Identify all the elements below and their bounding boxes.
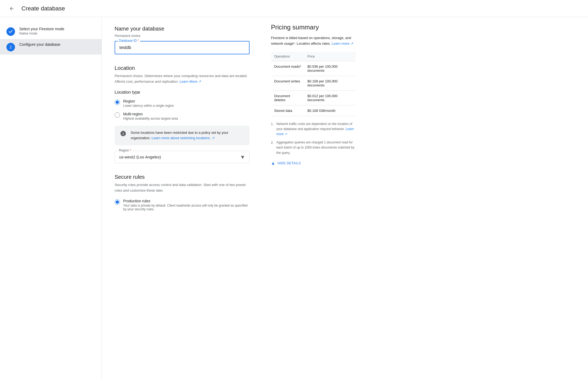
secure-rules-title: Secure rules	[115, 174, 250, 180]
pricing-sidebar: Pricing summary Firestore is billed base…	[262, 17, 364, 380]
production-rules-radio[interactable]	[115, 199, 120, 205]
name-section-title: Name your database	[115, 26, 250, 32]
pricing-reads-op: Document reads²	[271, 61, 304, 76]
pricing-row-storage: Stored data $0.108 GiB/month	[271, 105, 356, 116]
note-text-2: Aggregation queries are charged 1 docume…	[276, 140, 356, 155]
note-num-2: 2.	[271, 140, 276, 145]
secure-rules-desc: Security rules provide access control an…	[115, 182, 250, 193]
hide-details-button[interactable]: ▲ HIDE DETAILS	[271, 159, 301, 168]
region-select-label: Region *	[118, 149, 132, 152]
info-icon	[120, 130, 126, 137]
region-option-content: Region Lower latency within a single reg…	[123, 99, 174, 108]
step2-content: Configure your database	[19, 42, 60, 47]
step1-indicator	[6, 27, 15, 36]
production-rules-desc: Your data is private by default. Client …	[123, 204, 250, 211]
location-section: Location Permanent choice. Determines wh…	[115, 65, 250, 163]
pricing-deletes-price: $0.012 per 100,000 documents	[304, 90, 356, 105]
multiregion-radio[interactable]	[115, 112, 120, 118]
pricing-writes-price: $0.108 per 100,000 documents	[304, 76, 356, 90]
location-type-title: Location type	[115, 90, 250, 95]
sidebar-item-step2[interactable]: 2 Configure your database	[0, 39, 101, 55]
content-area: Name your database Permanent choice Data…	[102, 17, 262, 380]
pricing-learn-more-link[interactable]: Learn more ↗	[332, 41, 353, 45]
location-title: Location	[115, 65, 250, 71]
main-layout: Select your Firestore mode Native mode 2…	[0, 17, 588, 380]
production-rules-label: Production rules	[123, 199, 250, 203]
pricing-storage-op: Stored data	[271, 105, 304, 116]
pricing-row-deletes: Document deletes $0.012 per 100,000 docu…	[271, 90, 356, 105]
step2-number: 2	[10, 45, 12, 49]
production-rules-content: Production rules Your data is private by…	[123, 199, 250, 211]
database-id-label: Database ID *	[118, 39, 140, 43]
page-title: Create database	[21, 5, 65, 12]
pricing-deletes-op: Document deletes	[271, 90, 304, 105]
info-box: Some locations have been restricted due …	[115, 126, 250, 146]
pricing-table: Operations Price Document reads² $0.036 …	[271, 52, 356, 116]
pricing-reads-price: $0.036 per 100,000 documents	[304, 61, 356, 76]
step1-title: Select your Firestore mode	[19, 27, 64, 31]
multiregion-desc: Highest availability across largest area	[123, 117, 178, 120]
multiregion-option[interactable]: Multi-region Highest availability across…	[115, 112, 250, 120]
location-desc: Permanent choice. Determines where your …	[115, 73, 250, 85]
pricing-note-2: 2. Aggregation queries are charged 1 doc…	[271, 140, 356, 155]
region-select-group: Region * us-west2 (Los Angeles) us-east1…	[115, 151, 250, 163]
step1-subtitle: Native mode	[19, 32, 64, 35]
pricing-notes: 1. Network traffic costs are dependent o…	[271, 121, 356, 155]
info-text: Some locations have been restricted due …	[131, 130, 244, 141]
production-rules-option[interactable]: Production rules Your data is private by…	[115, 199, 250, 211]
region-option[interactable]: Region Lower latency within a single reg…	[115, 99, 250, 108]
region-radio[interactable]	[115, 100, 120, 105]
pricing-storage-price: $0.108 GiB/month	[304, 105, 356, 116]
multiregion-label: Multi-region	[123, 112, 178, 116]
note-num-1: 1.	[271, 121, 276, 127]
sidebar-item-step1[interactable]: Select your Firestore mode Native mode	[0, 24, 101, 39]
step2-indicator: 2	[6, 43, 15, 51]
pricing-desc: Firestore is billed based on operations,…	[271, 35, 356, 47]
secure-rules-section: Secure rules Security rules provide acce…	[115, 174, 250, 211]
region-desc: Lower latency within a single region	[123, 104, 174, 108]
header: Create database	[0, 0, 588, 17]
region-label: Region	[123, 99, 174, 103]
multiregion-option-content: Multi-region Highest availability across…	[123, 112, 178, 120]
permanent-choice-label: Permanent choice	[115, 34, 250, 38]
step1-content: Select your Firestore mode Native mode	[19, 27, 64, 35]
name-section: Name your database Permanent choice Data…	[115, 26, 250, 54]
pricing-col-price: Price	[304, 52, 356, 61]
note1-learn-more[interactable]: Learn more ↗	[276, 127, 354, 136]
back-button[interactable]	[6, 3, 17, 14]
pricing-row-reads: Document reads² $0.036 per 100,000 docum…	[271, 61, 356, 76]
step2-title: Configure your database	[19, 42, 60, 47]
pricing-row-writes: Document writes $0.108 per 100,000 docum…	[271, 76, 356, 90]
restricting-locations-link[interactable]: Learn more about restricting locations. …	[152, 136, 215, 140]
database-id-input[interactable]	[115, 41, 250, 54]
pricing-title: Pricing summary	[271, 24, 356, 31]
note-text-1: Network traffic costs are dependent on t…	[276, 121, 356, 137]
pricing-col-operations: Operations	[271, 52, 304, 61]
pricing-note-1: 1. Network traffic costs are dependent o…	[271, 121, 356, 137]
location-learn-more-link[interactable]: Learn More ↗	[180, 79, 201, 83]
sidebar: Select your Firestore mode Native mode 2…	[0, 17, 102, 380]
database-id-group: Database ID *	[115, 41, 250, 54]
region-select[interactable]: us-west2 (Los Angeles) us-east1 (South C…	[115, 151, 250, 163]
pricing-writes-op: Document writes	[271, 76, 304, 90]
chevron-up-icon: ▲	[271, 161, 275, 166]
